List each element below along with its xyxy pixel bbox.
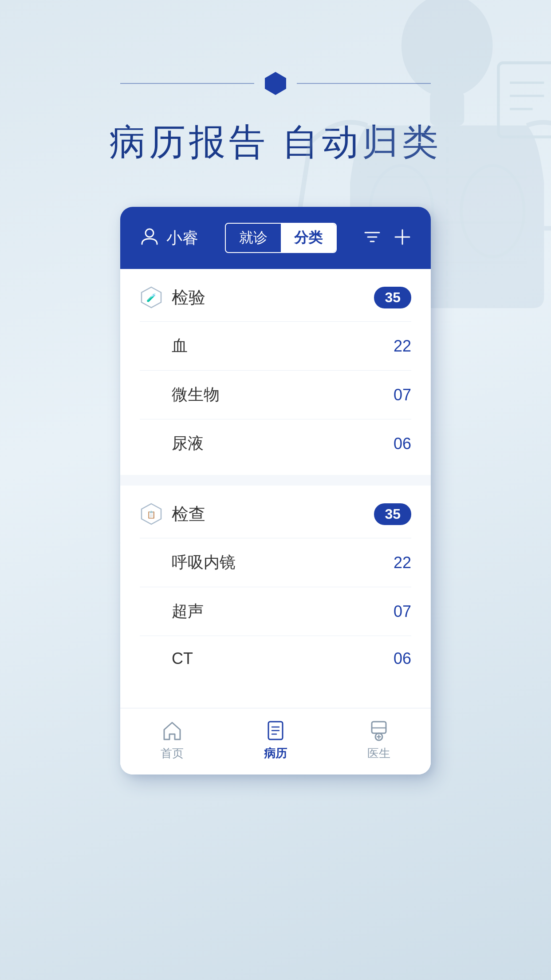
- records-icon: [264, 719, 287, 742]
- sub-item-ct[interactable]: CT 06: [140, 636, 411, 681]
- sub-item-name-huxi: 呼吸内镜: [172, 552, 236, 573]
- category-name-jianyan: 检验: [172, 286, 205, 309]
- user-area: 小睿: [140, 226, 198, 250]
- category-count-jiancha: 35: [374, 503, 411, 525]
- header-area: 病历报告 自动归类 小睿 就诊 分类: [0, 0, 551, 775]
- section-gap: [120, 475, 431, 486]
- category-header-left-jiancha: 📋 检查: [140, 502, 205, 526]
- category-header-jiancha[interactable]: 📋 检查 35: [140, 486, 411, 538]
- sub-item-count-ct: 06: [394, 649, 411, 668]
- divider-line-right: [297, 83, 431, 84]
- sub-item-weishengwu[interactable]: 微生物 07: [140, 370, 411, 419]
- nav-item-doctor[interactable]: 医生: [327, 719, 431, 761]
- svg-point-13: [146, 229, 153, 237]
- sub-item-name-chaosheng: 超声: [172, 601, 204, 622]
- hex-icon-top: [263, 71, 288, 96]
- topbar-actions: [363, 228, 411, 248]
- main-title: 病历报告 自动归类: [109, 118, 442, 167]
- sub-item-niaoe[interactable]: 尿液 06: [140, 419, 411, 468]
- card-body: 🧪 检验 35 血 22 微生物 07: [120, 269, 431, 775]
- sub-item-count-chaosheng: 07: [394, 602, 411, 621]
- hex-category-icon-jianyan: 🧪: [140, 286, 163, 309]
- sub-item-name-weishengwu: 微生物: [172, 384, 220, 406]
- hex-divider: [120, 71, 431, 96]
- sub-item-count-niaoe: 06: [394, 435, 411, 453]
- category-header-jianyan[interactable]: 🧪 检验 35: [140, 269, 411, 321]
- sub-item-huxi[interactable]: 呼吸内镜 22: [140, 538, 411, 587]
- sub-item-chaosheng[interactable]: 超声 07: [140, 587, 411, 636]
- bottom-spacer: [120, 681, 431, 708]
- hex-category-icon-jiancha: 📋: [140, 502, 163, 526]
- tab-classify[interactable]: 分类: [281, 224, 336, 252]
- sub-item-count-huxi: 22: [394, 553, 411, 572]
- svg-text:🧪: 🧪: [146, 293, 157, 303]
- bottom-nav: 首页 病历: [120, 708, 431, 775]
- sub-item-count-weishengwu: 07: [394, 386, 411, 404]
- nav-label-records: 病历: [264, 746, 287, 761]
- doctor-icon: [367, 719, 390, 742]
- nav-label-home: 首页: [161, 746, 184, 761]
- card-topbar: 小睿 就诊 分类: [120, 207, 431, 269]
- phone-card: 小睿 就诊 分类: [120, 207, 431, 775]
- nav-item-home[interactable]: 首页: [120, 719, 224, 761]
- svg-text:📋: 📋: [147, 510, 156, 519]
- category-header-left-jianyan: 🧪 检验: [140, 286, 205, 309]
- sub-item-name-niaoe: 尿液: [172, 433, 204, 454]
- user-icon: [140, 226, 159, 250]
- page-container: 病历报告 自动归类 小睿 就诊 分类: [0, 0, 551, 980]
- sub-item-name-xue: 血: [172, 335, 188, 357]
- svg-marker-12: [265, 72, 286, 95]
- sub-item-count-xue: 22: [394, 337, 411, 356]
- tab-visit[interactable]: 就诊: [226, 224, 281, 252]
- home-icon: [161, 719, 184, 742]
- category-jianyan: 🧪 检验 35 血 22 微生物 07: [120, 269, 431, 468]
- sub-item-xue[interactable]: 血 22: [140, 321, 411, 370]
- tab-toggle: 就诊 分类: [225, 223, 337, 253]
- category-name-jiancha: 检查: [172, 503, 205, 526]
- category-jiancha: 📋 检查 35 呼吸内镜 22 超声 07: [120, 486, 431, 681]
- nav-item-records[interactable]: 病历: [224, 719, 327, 761]
- divider-line-left: [120, 83, 254, 84]
- category-count-jianyan: 35: [374, 287, 411, 308]
- user-name: 小睿: [166, 227, 198, 249]
- sub-item-name-ct: CT: [172, 649, 193, 668]
- nav-label-doctor: 医生: [367, 746, 390, 761]
- filter-icon[interactable]: [363, 228, 381, 248]
- add-icon[interactable]: [394, 228, 411, 248]
